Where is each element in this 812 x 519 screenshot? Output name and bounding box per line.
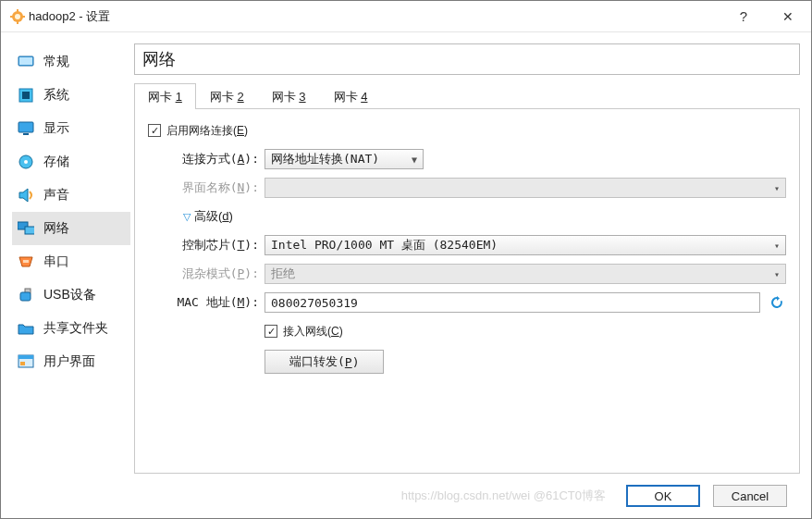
sidebar-item-label: 系统 [43, 87, 69, 104]
tab-adapter-3[interactable]: 网卡 3 [258, 83, 320, 109]
tab-adapter-4[interactable]: 网卡 4 [320, 83, 382, 109]
refresh-icon [769, 295, 784, 310]
adapter-panel: ✓ 启用网络连接(E) 连接方式(A): 网络地址转换(NAT)▼ 界面名称(N… [134, 109, 800, 474]
sidebar-item-serial[interactable]: 串口 [12, 245, 130, 278]
storage-icon [18, 154, 34, 170]
chip-label: 控制芯片(T): [165, 237, 265, 253]
promisc-combo: 拒绝▾ [265, 264, 786, 284]
enable-label: 启用网络连接(E) [166, 123, 248, 139]
svg-point-1 [15, 14, 20, 19]
promisc-row: 混杂模式(P): 拒绝▾ [148, 264, 786, 284]
sidebar-item-label: 网络 [43, 220, 69, 237]
sidebar-item-display[interactable]: 显示 [12, 112, 130, 145]
adapter-tabs: 网卡 1 网卡 2 网卡 3 网卡 4 [134, 82, 800, 109]
window-title: hadoop2 - 设置 [25, 8, 720, 25]
svg-rect-22 [18, 355, 33, 359]
titlebar: hadoop2 - 设置 ? ✕ [1, 1, 811, 32]
cable-checkbox[interactable]: ✓ [265, 325, 277, 338]
sidebar-item-shared[interactable]: 共享文件夹 [12, 312, 130, 345]
triangle-down-icon: ▽ [183, 211, 191, 223]
mac-row: MAC 地址(M): 080027050319 [148, 292, 786, 313]
check-mark-icon: ✓ [267, 327, 276, 337]
sidebar-item-label: 用户界面 [43, 353, 95, 370]
advanced-toggle-row: ▽ 高级(d) [148, 206, 786, 227]
portfwd-row: 端口转发(P) [148, 350, 786, 374]
chip-combo[interactable]: Intel PRO/1000 MT 桌面 (82540EM)▾ [265, 235, 786, 255]
sidebar-item-storage[interactable]: 存储 [12, 145, 130, 179]
check-mark-icon: ✓ [151, 126, 159, 136]
svg-point-13 [24, 160, 28, 164]
sidebar-item-label: USB设备 [43, 287, 96, 303]
chevron-down-icon: ▾ [774, 269, 780, 279]
chevron-down-icon: ▼ [412, 154, 417, 165]
sidebar-item-general[interactable]: 常规 [12, 45, 130, 79]
cable-row: ✓ 接入网线(C) [148, 321, 786, 341]
mac-label: MAC 地址(M): [165, 294, 265, 311]
network-icon [18, 220, 34, 237]
sidebar-item-label: 存储 [43, 154, 69, 170]
ok-button[interactable]: OK [626, 485, 700, 507]
help-button[interactable]: ? [722, 3, 765, 31]
close-button[interactable]: ✕ [767, 3, 809, 31]
svg-rect-10 [18, 122, 33, 132]
port-forward-button[interactable]: 端口转发(P) [265, 350, 384, 374]
sidebar-item-system[interactable]: 系统 [12, 79, 130, 112]
sidebar-item-label: 串口 [43, 253, 69, 270]
page-title-box: 网络 [134, 43, 800, 75]
sidebar: 常规 系统 显示 存储 声音 网络 [1, 43, 130, 518]
sidebar-item-label: 显示 [43, 120, 69, 137]
general-icon [18, 54, 34, 70]
attach-row: 连接方式(A): 网络地址转换(NAT)▼ [148, 149, 786, 169]
ifname-row: 界面名称(N): ▾ [148, 178, 786, 198]
cable-label: 接入网线(C) [283, 324, 343, 340]
body: 常规 系统 显示 存储 声音 网络 [1, 32, 811, 518]
svg-marker-14 [19, 189, 28, 202]
attach-label: 连接方式(A): [165, 151, 265, 167]
svg-rect-23 [20, 362, 25, 365]
chip-row: 控制芯片(T): Intel PRO/1000 MT 桌面 (82540EM)▾ [148, 235, 786, 255]
svg-rect-18 [23, 260, 29, 263]
cancel-button[interactable]: Cancel [713, 485, 787, 507]
sidebar-item-network[interactable]: 网络 [12, 212, 130, 245]
mac-input[interactable]: 080027050319 [265, 292, 760, 313]
svg-rect-20 [20, 292, 31, 301]
folder-icon [18, 320, 34, 337]
enable-row: ✓ 启用网络连接(E) [148, 120, 786, 141]
tab-adapter-2[interactable]: 网卡 2 [196, 83, 258, 109]
sidebar-item-label: 常规 [43, 54, 69, 70]
svg-rect-11 [23, 133, 29, 135]
attach-combo[interactable]: 网络地址转换(NAT)▼ [265, 149, 424, 169]
svg-rect-16 [25, 227, 34, 234]
footer: https://blog.csdn.net/wei @61CT0博客 OK Ca… [130, 474, 800, 518]
svg-rect-7 [19, 57, 32, 65]
promisc-label: 混杂模式(P): [165, 266, 265, 282]
svg-rect-9 [22, 92, 30, 99]
settings-window: hadoop2 - 设置 ? ✕ 常规 系统 显示 存储 声音 [0, 0, 812, 519]
ifname-label: 界面名称(N): [165, 179, 265, 196]
watermark: https://blog.csdn.net/wei @61CT0博客 [130, 488, 613, 504]
system-icon [18, 87, 34, 104]
sidebar-item-label: 共享文件夹 [43, 320, 108, 337]
serial-icon [18, 253, 34, 270]
mac-refresh-button[interactable] [768, 293, 786, 312]
display-icon [18, 120, 34, 137]
enable-checkbox[interactable]: ✓ [148, 124, 161, 137]
tab-adapter-1[interactable]: 网卡 1 [134, 83, 196, 109]
sidebar-item-usb[interactable]: USB设备 [12, 278, 130, 312]
chevron-down-icon: ▾ [774, 241, 780, 251]
audio-icon [18, 187, 34, 204]
usb-icon [18, 287, 34, 303]
page-title: 网络 [142, 48, 792, 70]
sidebar-item-audio[interactable]: 声音 [12, 179, 130, 212]
ui-icon [18, 353, 34, 370]
sidebar-item-ui[interactable]: 用户界面 [12, 345, 130, 378]
advanced-twisty[interactable]: ▽ 高级(d) [183, 208, 233, 225]
content: 网络 网卡 1 网卡 2 网卡 3 网卡 4 ✓ 启用网络连接(E) 连接方式(… [130, 43, 800, 518]
chevron-down-icon: ▾ [774, 183, 780, 193]
sidebar-item-label: 声音 [43, 187, 69, 204]
ifname-combo: ▾ [265, 178, 786, 198]
app-icon [10, 9, 25, 24]
